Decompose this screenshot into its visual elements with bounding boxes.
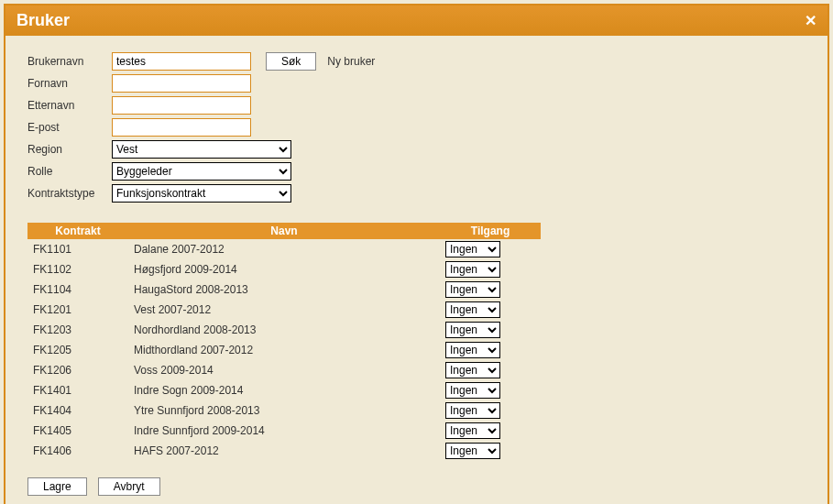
cell-tilgang: Ingen: [440, 400, 541, 421]
tilgang-select[interactable]: Ingen: [445, 241, 500, 257]
cell-navn: HaugaStord 2008-2013: [128, 279, 440, 300]
user-dialog: Bruker ✕ Brukernavn Søk Ny bruker Fornav…: [4, 4, 829, 504]
table-row: FK1203Nordhordland 2008-2013Ingen: [27, 320, 541, 340]
tilgang-select[interactable]: Ingen: [445, 362, 500, 378]
ny-bruker-link[interactable]: Ny bruker: [327, 55, 375, 68]
cell-navn: Voss 2009-2014: [128, 360, 440, 380]
cell-tilgang: Ingen: [440, 279, 541, 300]
fornavn-input[interactable]: [112, 74, 251, 93]
table-row: FK1201Vest 2007-2012Ingen: [27, 300, 541, 320]
epost-label: E-post: [27, 121, 106, 134]
lagre-button[interactable]: Lagre: [27, 477, 87, 496]
tilgang-select[interactable]: Ingen: [445, 402, 500, 419]
cell-kontrakt: FK1101: [27, 239, 128, 259]
cell-navn: Ytre Sunnfjord 2008-2013: [128, 400, 440, 421]
cell-tilgang: Ingen: [440, 300, 541, 320]
cell-kontrakt: FK1404: [27, 400, 128, 421]
rolle-select[interactable]: Byggeleder: [112, 162, 291, 181]
rolle-label: Rolle: [27, 165, 106, 178]
dialog-title: Bruker: [16, 11, 70, 30]
tilgang-select[interactable]: Ingen: [445, 443, 500, 459]
table-row: FK1405Indre Sunnfjord 2009-2014Ingen: [27, 421, 541, 441]
cell-kontrakt: FK1205: [27, 340, 128, 360]
table-row: FK1401Indre Sogn 2009-2014Ingen: [27, 380, 541, 400]
etternavn-input[interactable]: [112, 96, 251, 115]
dialog-body: Brukernavn Søk Ny bruker Fornavn Etterna…: [5, 36, 828, 504]
cell-tilgang: Ingen: [440, 421, 541, 441]
cell-kontrakt: FK1401: [27, 380, 128, 400]
tilgang-select[interactable]: Ingen: [445, 322, 500, 338]
cell-tilgang: Ingen: [440, 340, 541, 360]
cell-kontrakt: FK1406: [27, 441, 128, 461]
table-row: FK1205Midthordland 2007-2012Ingen: [27, 340, 541, 360]
etternavn-label: Etternavn: [27, 99, 106, 112]
cell-kontrakt: FK1104: [27, 279, 128, 300]
dialog-header: Bruker ✕: [5, 5, 828, 36]
kontraktstype-label: Kontraktstype: [27, 187, 106, 200]
sok-button[interactable]: Søk: [266, 52, 316, 71]
table-row: FK1406HAFS 2007-2012Ingen: [27, 441, 541, 461]
cell-tilgang: Ingen: [440, 380, 541, 400]
cell-navn: HAFS 2007-2012: [128, 441, 440, 461]
table-row: FK1102Høgsfjord 2009-2014Ingen: [27, 259, 541, 279]
tilgang-select[interactable]: Ingen: [445, 281, 500, 298]
cell-navn: Dalane 2007-2012: [128, 239, 440, 259]
cell-navn: Vest 2007-2012: [128, 300, 440, 320]
kontraktstype-select[interactable]: Funksjonskontrakt: [112, 184, 291, 203]
cell-tilgang: Ingen: [440, 441, 541, 461]
cell-tilgang: Ingen: [440, 239, 541, 259]
table-row: FK1101Dalane 2007-2012Ingen: [27, 239, 541, 259]
cell-kontrakt: FK1201: [27, 300, 128, 320]
cell-kontrakt: FK1102: [27, 259, 128, 279]
region-select[interactable]: Vest: [112, 140, 291, 159]
th-kontrakt: Kontrakt: [27, 223, 128, 239]
cell-kontrakt: FK1206: [27, 360, 128, 380]
tilgang-select[interactable]: Ingen: [445, 301, 500, 318]
table-row: FK1206Voss 2009-2014Ingen: [27, 360, 541, 380]
cell-navn: Nordhordland 2008-2013: [128, 320, 440, 340]
th-tilgang: Tilgang: [440, 223, 541, 239]
tilgang-select[interactable]: Ingen: [445, 261, 500, 278]
cell-navn: Indre Sunnfjord 2009-2014: [128, 421, 440, 441]
tilgang-select[interactable]: Ingen: [445, 342, 500, 358]
contracts-table: Kontrakt Navn Tilgang FK1101Dalane 2007-…: [27, 223, 541, 461]
brukernavn-label: Brukernavn: [27, 55, 106, 68]
brukernavn-input[interactable]: [112, 52, 251, 71]
th-navn: Navn: [128, 223, 440, 239]
cell-tilgang: Ingen: [440, 320, 541, 340]
cell-navn: Midthordland 2007-2012: [128, 340, 440, 360]
tilgang-select[interactable]: Ingen: [445, 382, 500, 399]
cell-tilgang: Ingen: [440, 360, 541, 380]
tilgang-select[interactable]: Ingen: [445, 422, 500, 439]
table-row: FK1104HaugaStord 2008-2013Ingen: [27, 279, 541, 300]
epost-input[interactable]: [112, 118, 251, 137]
table-row: FK1404Ytre Sunnfjord 2008-2013Ingen: [27, 400, 541, 421]
fornavn-label: Fornavn: [27, 77, 106, 90]
cell-kontrakt: FK1203: [27, 320, 128, 340]
cell-navn: Høgsfjord 2009-2014: [128, 259, 440, 279]
cell-kontrakt: FK1405: [27, 421, 128, 441]
region-label: Region: [27, 143, 106, 156]
cell-navn: Indre Sogn 2009-2014: [128, 380, 440, 400]
cell-tilgang: Ingen: [440, 259, 541, 279]
avbryt-button[interactable]: Avbryt: [98, 477, 160, 496]
close-icon[interactable]: ✕: [805, 12, 817, 29]
